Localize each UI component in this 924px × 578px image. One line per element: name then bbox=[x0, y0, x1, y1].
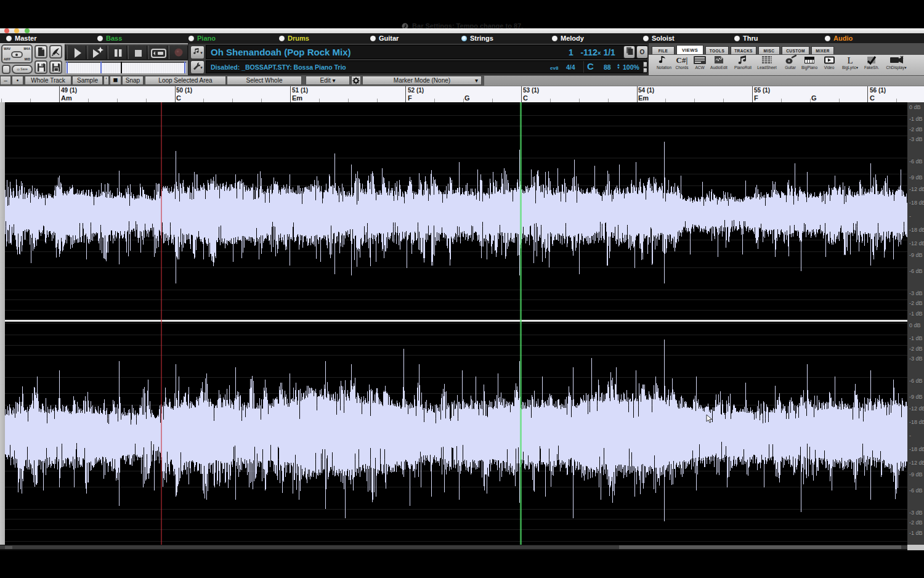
svg-text:L: L bbox=[847, 55, 853, 65]
svg-text:C#|: C#| bbox=[676, 55, 688, 65]
